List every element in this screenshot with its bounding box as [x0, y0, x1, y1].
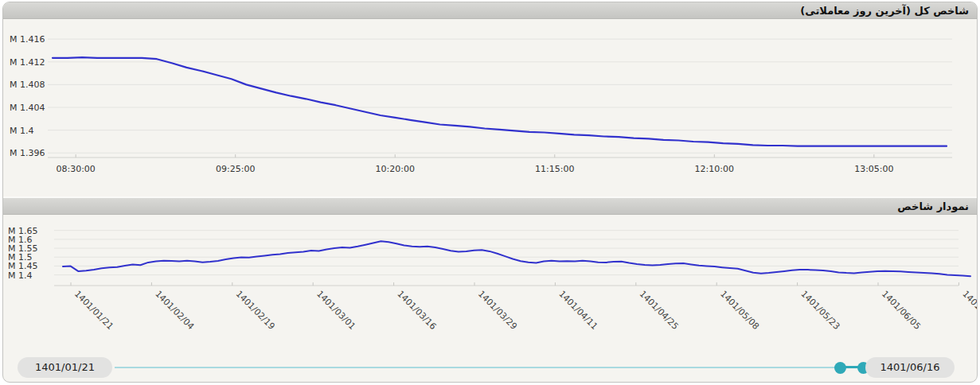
index-panel: شاخص کل (آخرین روز معاملاتی) M 1.416M 1.… [2, 2, 978, 383]
x-axis-tick-label: 12:10:00 [695, 164, 734, 174]
x-axis-tick-label: 1401/06/05 [880, 289, 923, 332]
y-axis-tick-label: M 1.4 [10, 126, 33, 136]
y-axis-tick-label: M 1.404 [10, 103, 45, 113]
x-axis-tick-label: 1401/03/16 [395, 289, 438, 332]
x-axis-tick-label: 1401/04/25 [638, 289, 681, 332]
x-axis-tick-label: 13:05:00 [854, 164, 893, 174]
y-axis-tick-label: M 1.396 [10, 148, 45, 158]
x-axis-tick-label: 11:15:00 [535, 164, 574, 174]
intraday-chart-header: شاخص کل (آخرین روز معاملاتی) [3, 2, 977, 19]
x-axis-tick-label: 1401/03/29 [476, 289, 519, 332]
x-axis-tick-label: 1401/06/16 [960, 289, 977, 332]
history-chart-title: نمودار شاخص [897, 200, 969, 212]
index-history-chart[interactable]: M 1.65M 1.6M 1.55M 1.5M 1.45M 1.41401/01… [3, 215, 977, 347]
range-slider-handle-left[interactable] [834, 362, 846, 374]
x-axis-tick-label: 09:25:00 [216, 164, 255, 174]
x-axis-tick-label: 08:30:00 [56, 164, 95, 174]
index-line-series [63, 241, 970, 276]
range-slider-track[interactable] [115, 367, 843, 368]
index-line-series [53, 57, 947, 146]
range-end-label: 1401/06/16 [865, 357, 955, 378]
range-start-label: 1401/01/21 [18, 357, 112, 378]
x-axis-tick-label: 1401/03/01 [314, 289, 357, 332]
history-chart-area: M 1.65M 1.6M 1.55M 1.5M 1.45M 1.41401/01… [3, 215, 977, 347]
y-axis-tick-label: M 1.4 [8, 270, 32, 281]
y-axis-tick-label: M 1.408 [10, 80, 45, 90]
x-axis-tick-label: 1401/05/08 [718, 289, 761, 332]
y-axis-tick-label: M 1.416 [10, 34, 45, 45]
x-axis-tick-label: 1401/01/21 [72, 289, 115, 332]
x-axis-tick-label: 1401/02/19 [234, 289, 277, 332]
intraday-chart-area: M 1.416M 1.412M 1.408M 1.404M 1.4M 1.396… [3, 19, 977, 194]
x-axis-tick-label: 1401/04/11 [556, 289, 599, 332]
total-index-intraday-chart[interactable]: M 1.416M 1.412M 1.408M 1.404M 1.4M 1.396… [3, 19, 977, 194]
date-range-slider: 1401/01/21 1401/06/16 [3, 347, 977, 382]
history-chart-header: نمودار شاخص [3, 196, 977, 215]
intraday-chart-title: شاخص کل (آخرین روز معاملاتی) [800, 5, 969, 17]
x-axis-tick-label: 10:20:00 [376, 164, 415, 174]
bottom-frame [3, 382, 977, 383]
x-axis-tick-label: 1401/05/23 [798, 289, 841, 332]
y-axis-tick-label: M 1.412 [10, 57, 45, 68]
x-axis-tick-label: 1401/02/04 [153, 289, 196, 332]
